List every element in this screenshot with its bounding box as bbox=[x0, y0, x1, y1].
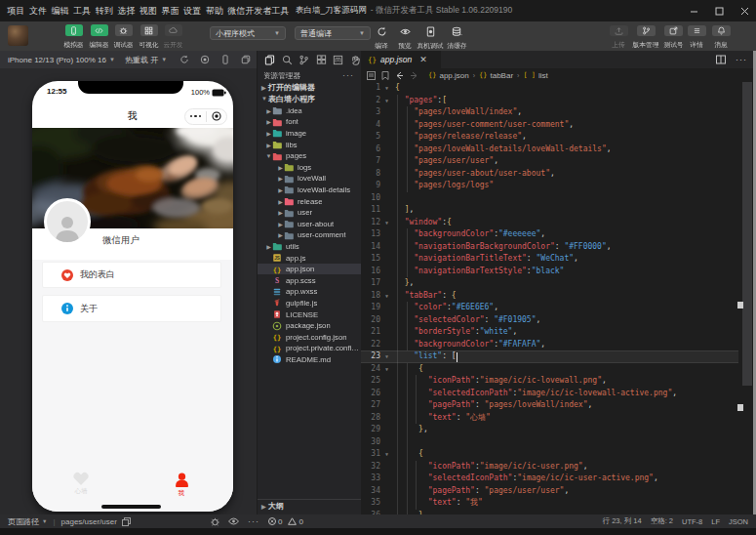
tree-item-package.json[interactable]: package.json bbox=[258, 320, 362, 332]
arrow-left-icon[interactable] bbox=[395, 71, 404, 80]
hot-reload-toggle[interactable]: 热重载 开 bbox=[125, 55, 158, 65]
more-icon[interactable]: ··· bbox=[736, 55, 747, 64]
eye-icon[interactable] bbox=[228, 517, 239, 525]
tree-item-gulpfile.js[interactable]: gulpfile.js bbox=[258, 298, 362, 309]
tree-item-loveWall[interactable]: ▶loveWall bbox=[258, 173, 362, 185]
tab-me[interactable]: 我 bbox=[166, 473, 197, 498]
device-icon[interactable] bbox=[220, 55, 230, 64]
button-cache[interactable]: 清缓存 bbox=[445, 25, 468, 51]
menu-item-6[interactable]: 视图 bbox=[138, 5, 160, 18]
page-path-button[interactable]: 页面路径 bbox=[8, 516, 39, 527]
tree-item-app.json[interactable]: {}app.json bbox=[258, 264, 362, 275]
close-icon[interactable]: ✕ bbox=[419, 55, 427, 64]
toggle-bug[interactable]: 调试器 bbox=[110, 24, 137, 50]
tree-item-loveWall-details[interactable]: ▶loveWall-details bbox=[258, 185, 362, 196]
menu-item-1[interactable]: 文件 bbox=[27, 5, 50, 18]
more-icon[interactable]: ··· bbox=[248, 516, 259, 526]
tab-app-json[interactable]: {} app.json ✕ bbox=[361, 51, 441, 68]
compile-mode-select[interactable]: 普通编译 ▼ bbox=[295, 26, 371, 40]
outline-section[interactable]: ▶ 大纲 bbox=[258, 499, 362, 512]
tree-item-pages[interactable]: ▼pages bbox=[258, 150, 362, 162]
menu-item-4[interactable]: 转到 bbox=[93, 5, 115, 18]
button-branch[interactable]: 版本管理 bbox=[630, 25, 661, 50]
menu-item-5[interactable]: 选择 bbox=[115, 5, 138, 18]
files-icon[interactable] bbox=[264, 55, 275, 65]
language-mode[interactable]: JSON bbox=[729, 517, 748, 526]
arrow-right-icon[interactable] bbox=[410, 71, 418, 80]
close-button[interactable] bbox=[734, 0, 755, 21]
problems-indicator[interactable]: 0 0 bbox=[268, 517, 303, 526]
cursor-position[interactable]: 行 23, 列 14 bbox=[603, 516, 642, 526]
list-flat-icon[interactable] bbox=[367, 71, 376, 80]
toggle-code[interactable]: 编辑器 bbox=[86, 24, 112, 50]
menu-item-my-posts[interactable]: 我的表白 bbox=[42, 262, 221, 288]
breadcrumb-seg-app.json[interactable]: {}app.json bbox=[428, 71, 469, 80]
tree-item-release[interactable]: ▶release bbox=[258, 195, 362, 207]
tree-item-user[interactable]: ▶user bbox=[258, 207, 362, 219]
menu-item-2[interactable]: 编辑 bbox=[49, 5, 71, 18]
menu-item-7[interactable]: 界面 bbox=[159, 5, 181, 18]
menu-item-about[interactable]: 关于 bbox=[42, 295, 221, 322]
more-icon[interactable]: ··· bbox=[342, 70, 354, 80]
mode-select[interactable]: 小程序模式 ▼ bbox=[210, 26, 286, 40]
more-icon[interactable] bbox=[185, 115, 206, 117]
tree-item-app.wxss[interactable]: app.wxss bbox=[258, 286, 362, 298]
indent-setting[interactable]: 空格: 2 bbox=[651, 516, 673, 526]
capsule-button[interactable] bbox=[184, 108, 227, 125]
user-avatar[interactable] bbox=[8, 25, 28, 46]
section-project-root[interactable]: ▼ 表白墙小程序 bbox=[258, 94, 362, 105]
exit-icon[interactable] bbox=[207, 111, 226, 121]
button-upload[interactable]: 上传 bbox=[604, 25, 633, 50]
tree-item-logs[interactable]: ▶logs bbox=[258, 162, 362, 174]
toggle-cloud[interactable]: 云开发 bbox=[160, 24, 186, 50]
tree-item-LICENSE[interactable]: LICENSE bbox=[258, 309, 362, 320]
multi-window-icon[interactable] bbox=[241, 55, 251, 64]
button-bell[interactable]: 消息 bbox=[707, 25, 735, 50]
extensions-icon[interactable] bbox=[316, 55, 327, 65]
button-details[interactable]: 详情 bbox=[683, 25, 710, 50]
record-icon[interactable] bbox=[200, 55, 210, 64]
search-icon[interactable] bbox=[282, 55, 293, 65]
menu-item-8[interactable]: 设置 bbox=[181, 5, 204, 18]
breadcrumb-seg-tabBar[interactable]: {}tabBar bbox=[479, 71, 513, 80]
maximize-button[interactable] bbox=[708, 0, 730, 21]
copy-icon[interactable] bbox=[122, 517, 131, 526]
menu-item-10[interactable]: 微信开发者工具 bbox=[225, 5, 292, 18]
tree-item-project.private.config.js...[interactable]: {}project.private.config.js... bbox=[258, 343, 362, 354]
tree-item-utils[interactable]: ▶utils bbox=[258, 241, 362, 253]
tree-item-project.config.json[interactable]: {}project.config.json bbox=[258, 332, 362, 344]
tree-item-image[interactable]: ▶image bbox=[258, 128, 362, 140]
bookmark-icon[interactable] bbox=[381, 71, 389, 80]
git-branch-icon[interactable] bbox=[298, 55, 309, 65]
section-open-editors[interactable]: ▶ 打开的编辑器 bbox=[258, 82, 362, 94]
toggle-grid[interactable]: 可视化 bbox=[136, 24, 162, 50]
npm-icon[interactable] bbox=[333, 55, 343, 65]
scrollbar-thumb[interactable] bbox=[742, 82, 752, 386]
button-device-debug[interactable]: 真机调试 bbox=[417, 25, 444, 51]
button-compile[interactable]: 编译 bbox=[370, 25, 393, 51]
bug-icon[interactable] bbox=[211, 517, 219, 526]
avatar[interactable] bbox=[44, 198, 91, 245]
tree-item-font[interactable]: ▶font bbox=[258, 116, 362, 128]
refresh-icon[interactable] bbox=[179, 55, 189, 64]
encoding[interactable]: UTF-8 bbox=[682, 517, 702, 526]
eol[interactable]: LF bbox=[711, 517, 720, 526]
tree-item-user-comment[interactable]: ▶user-comment bbox=[258, 229, 362, 241]
tree-item-README.md[interactable]: README.md bbox=[258, 354, 362, 366]
menu-item-0[interactable]: 项目 bbox=[5, 5, 27, 18]
split-editor-icon[interactable] bbox=[716, 55, 726, 64]
button-eye[interactable]: 预览 bbox=[393, 25, 417, 51]
tree-item-.idea[interactable]: ▶.idea bbox=[258, 105, 362, 117]
breadcrumb-seg-list[interactable]: [ ]list bbox=[523, 71, 547, 80]
menu-item-3[interactable]: 工具 bbox=[71, 5, 94, 18]
hand-icon[interactable] bbox=[350, 55, 361, 65]
minimize-button[interactable] bbox=[683, 0, 704, 21]
tree-item-app.js[interactable]: JSapp.js bbox=[258, 252, 362, 264]
device-select[interactable]: iPhone 12/13 (Pro) 100% 16 bbox=[8, 56, 106, 64]
code-editor[interactable]: 1 ▼ { 2 ▼ "pages":[ 3 "pages/loveWall/in… bbox=[361, 82, 756, 514]
tree-item-app.scss[interactable]: Sapp.scss bbox=[258, 275, 362, 287]
menu-item-9[interactable]: 帮助 bbox=[203, 5, 225, 18]
toggle-phone[interactable]: 模拟器 bbox=[60, 24, 87, 50]
tab-lovewall[interactable]: 心墙 bbox=[65, 472, 97, 496]
tree-item-user-about[interactable]: ▶user-about bbox=[258, 219, 362, 230]
